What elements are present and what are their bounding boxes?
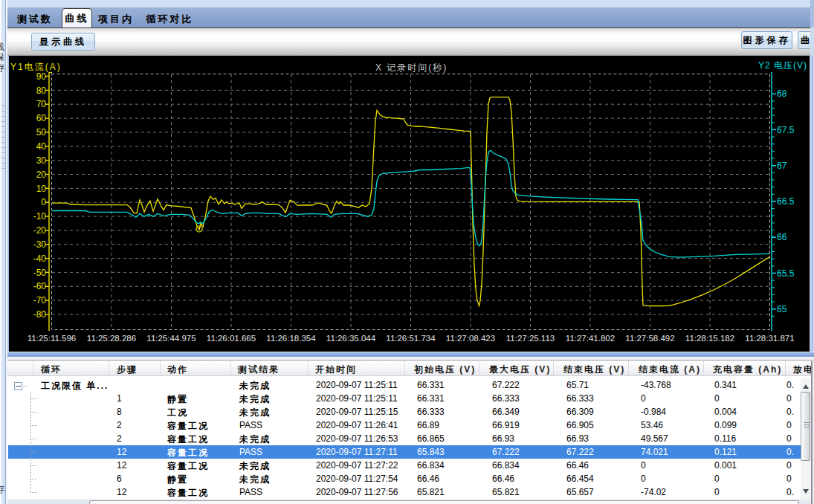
svg-text:11:26:18.354: 11:26:18.354 <box>266 334 316 343</box>
svg-text:30: 30 <box>36 155 47 166</box>
svg-text:11:27:08.423: 11:27:08.423 <box>446 334 495 343</box>
svg-text:-30: -30 <box>33 239 47 250</box>
svg-text:10: 10 <box>36 184 47 194</box>
svg-text:-20: -20 <box>33 225 47 236</box>
svg-text:66.5: 66.5 <box>777 196 795 207</box>
svg-text:60: 60 <box>36 113 47 123</box>
svg-text:50: 50 <box>36 127 47 138</box>
svg-text:66: 66 <box>777 232 787 242</box>
svg-text:11:27:25.113: 11:27:25.113 <box>506 334 555 343</box>
svg-text:X 记录时间(秒): X 记录时间(秒) <box>375 62 448 73</box>
svg-text:90: 90 <box>36 71 47 82</box>
svg-text:-60: -60 <box>33 281 47 291</box>
svg-text:11:28:31.871: 11:28:31.871 <box>745 334 794 343</box>
svg-text:11:26:01.665: 11:26:01.665 <box>207 334 256 343</box>
svg-text:11:25:44.975: 11:25:44.975 <box>146 334 196 343</box>
svg-text:-70: -70 <box>33 295 47 306</box>
svg-text:68: 68 <box>777 88 787 99</box>
svg-text:40: 40 <box>36 141 47 152</box>
svg-text:70: 70 <box>36 99 47 109</box>
svg-text:67.5: 67.5 <box>777 125 795 135</box>
svg-text:11:27:41.802: 11:27:41.802 <box>566 334 615 343</box>
svg-text:65: 65 <box>777 304 787 314</box>
svg-text:-50: -50 <box>33 268 47 278</box>
svg-text:-80: -80 <box>33 309 47 320</box>
svg-text:11:25:28.286: 11:25:28.286 <box>87 334 136 343</box>
svg-text:67: 67 <box>777 161 787 171</box>
svg-text:-40: -40 <box>33 253 47 264</box>
svg-text:Y2 电压(V): Y2 电压(V) <box>758 60 807 71</box>
svg-text:11:26:35.044: 11:26:35.044 <box>326 334 376 343</box>
svg-text:11:26:51.734: 11:26:51.734 <box>386 334 436 343</box>
svg-text:0: 0 <box>41 197 46 207</box>
svg-text:80: 80 <box>36 85 47 96</box>
svg-text:20: 20 <box>36 169 47 180</box>
svg-text:11:25:11.596: 11:25:11.596 <box>28 334 76 343</box>
svg-text:-10: -10 <box>33 211 47 222</box>
svg-text:65.5: 65.5 <box>777 268 795 279</box>
svg-text:Y1电流(A): Y1电流(A) <box>10 62 62 72</box>
svg-text:11:27:58.492: 11:27:58.492 <box>625 334 674 343</box>
svg-text:11:28:15.182: 11:28:15.182 <box>685 334 734 343</box>
